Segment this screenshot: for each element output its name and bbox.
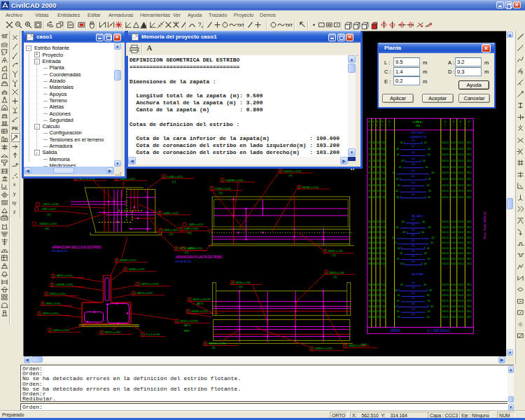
svg-text:ℓ: ℓ: [460, 124, 461, 127]
svg-text:8: 8: [116, 259, 118, 262]
svg-text:28.1: 28.1: [466, 230, 472, 234]
svg-text:7.43: 7.43: [380, 309, 386, 313]
svg-text:40: 40: [397, 246, 400, 249]
svg-text:40: 40: [424, 252, 427, 255]
svg-text:ℓ: ℓ: [382, 124, 384, 127]
svg-text:140: 140: [411, 255, 415, 258]
svg-text:28.1: 28.1: [466, 176, 472, 180]
svg-text:102.6: 102.6: [442, 298, 449, 302]
svg-text:10Ø4B a 0/10: 10Ø4B a 0/10: [225, 178, 244, 181]
svg-text:45: 45: [372, 304, 376, 307]
svg-text:102.6: 102.6: [442, 171, 449, 174]
svg-text:140: 140: [411, 145, 415, 148]
svg-text:28.1: 28.1: [466, 235, 472, 239]
svg-text:140: 140: [411, 286, 415, 289]
svg-text:0.62: 0.62: [451, 241, 457, 244]
svg-text:0.62: 0.62: [451, 171, 457, 174]
svg-text:3 a 0 = 0/6: 3 a 0 = 0/6: [146, 332, 160, 336]
svg-text:45: 45: [372, 309, 376, 313]
svg-text:40: 40: [429, 288, 432, 291]
svg-text:20: 20: [368, 283, 371, 286]
svg-text:7.43: 7.43: [380, 251, 386, 255]
svg-text:28.1: 28.1: [466, 189, 472, 192]
svg-text:19: 19: [368, 262, 371, 265]
svg-text:102.6: 102.6: [442, 159, 449, 162]
svg-text:63.4: 63.4: [458, 288, 465, 291]
svg-text:40: 40: [396, 147, 399, 150]
svg-text:28.1: 28.1: [466, 251, 472, 255]
svg-text:y: y: [13, 190, 16, 197]
svg-text:12: 12: [368, 225, 371, 228]
svg-text:ALZADO: ALZADO: [412, 214, 424, 217]
svg-text:8Ø40 a 0/8: 8Ø40 a 0/8: [328, 249, 343, 253]
svg-text:Pres. Tesis 2000-10: Pres. Tesis 2000-10: [483, 211, 486, 238]
svg-text:40: 40: [427, 257, 430, 260]
svg-text:102.6: 102.6: [442, 241, 449, 244]
svg-text:7Ø12 a 0/10: 7Ø12 a 0/10: [43, 202, 59, 205]
svg-text:102.6: 102.6: [442, 251, 449, 255]
svg-text:4: 4: [369, 159, 371, 162]
svg-text:140: 140: [411, 193, 415, 196]
svg-text:63.4: 63.4: [458, 304, 465, 307]
svg-text:2: 2: [49, 329, 50, 332]
svg-text:40: 40: [424, 141, 426, 144]
svg-text:40: 40: [400, 141, 402, 144]
svg-text:9Ø8 a 0/25: 9Ø8 a 0/25: [164, 228, 178, 232]
svg-text:63.4: 63.4: [458, 171, 465, 174]
svg-text:28.1: 28.1: [466, 241, 472, 244]
svg-text:102.6: 102.6: [442, 176, 449, 180]
svg-text:28.1: 28.1: [466, 225, 472, 228]
svg-text:ℓ: ℓ: [389, 124, 391, 127]
svg-text:4: 4: [222, 178, 223, 181]
svg-text:28.1: 28.1: [466, 183, 472, 186]
svg-text:ESCALA 1/50: ESCALA 1/50: [176, 260, 192, 262]
svg-text:0.62: 0.62: [451, 159, 457, 162]
svg-text:8Ø40 a 0/8: 8Ø40 a 0/8: [236, 281, 251, 284]
svg-text:ℓ: ℓ: [468, 124, 470, 127]
svg-text:ARMADURA PLANTA ESTRIBO: ARMADURA PLANTA ESTRIBO: [176, 255, 223, 258]
svg-text:4Ø10 a 0/109: 4Ø10 a 0/109: [180, 319, 198, 323]
svg-text:28.1: 28.1: [466, 256, 472, 260]
svg-text:6: 6: [369, 171, 371, 174]
svg-text:ESCALA 1/50: ESCALA 1/50: [52, 250, 68, 253]
svg-text:0.62: 0.62: [451, 153, 457, 156]
svg-text:4Ø105 a 0/13: 4Ø105 a 0/13: [141, 282, 159, 286]
svg-text:40: 40: [396, 177, 398, 180]
svg-text:40: 40: [423, 160, 426, 162]
svg-text:ℓ: ℓ: [377, 124, 379, 127]
svg-text:14Ø8 a 0/25: 14Ø8 a 0/25: [162, 211, 178, 214]
svg-text:16: 16: [368, 246, 371, 249]
svg-text:63.4: 63.4: [458, 159, 465, 162]
svg-text:7.43: 7.43: [380, 262, 386, 265]
svg-text:40: 40: [393, 241, 396, 244]
svg-text:7.43: 7.43: [380, 230, 386, 234]
svg-text:Φ: Φ: [468, 120, 470, 123]
svg-text:ALETAS: ALETAS: [412, 272, 424, 275]
svg-text:ℓ: ℓ: [444, 124, 446, 127]
svg-text:63.4: 63.4: [458, 235, 465, 239]
svg-text:13: 13: [368, 230, 371, 234]
svg-text:40: 40: [395, 288, 398, 291]
svg-text:28.1: 28.1: [466, 309, 472, 313]
svg-text:7.43: 7.43: [380, 246, 386, 249]
svg-text:102.6: 102.6: [442, 314, 449, 318]
svg-text:(V): (V): [185, 251, 189, 254]
svg-text:63.4: 63.4: [458, 230, 465, 234]
svg-text:45: 45: [372, 141, 376, 144]
svg-text:140: 140: [411, 169, 415, 172]
svg-text:140: 140: [411, 175, 415, 178]
svg-text:DIM: DIM: [416, 125, 420, 127]
svg-text:7.43: 7.43: [380, 159, 386, 162]
svg-text:102.6: 102.6: [442, 293, 449, 297]
svg-text:45: 45: [372, 298, 376, 302]
svg-text:7.43: 7.43: [380, 288, 386, 291]
svg-text:45: 45: [372, 235, 376, 239]
svg-text:28.1: 28.1: [466, 141, 472, 144]
svg-text:0.62: 0.62: [451, 225, 457, 228]
svg-text:8Ø40 a 0/8: 8Ø40 a 0/8: [330, 270, 344, 274]
svg-text:140: 140: [411, 291, 415, 294]
svg-text:3: 3: [142, 333, 144, 336]
svg-text:CIMIENTOS: CIMIENTOS: [410, 134, 426, 138]
svg-text:40: 40: [396, 195, 399, 198]
svg-text:63.4: 63.4: [458, 189, 465, 192]
